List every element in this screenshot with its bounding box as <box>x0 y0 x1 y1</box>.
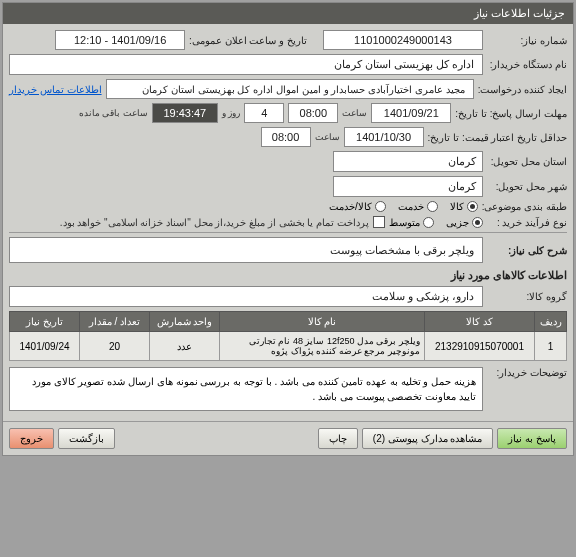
cell-code: 2132910915070001 <box>425 332 535 361</box>
th-unit: واحد شمارش <box>150 312 220 332</box>
valid-date: 1401/10/30 <box>344 127 424 147</box>
ann-dt-label: تاریخ و ساعت اعلان عمومی: <box>189 35 307 46</box>
cell-unit: عدد <box>150 332 220 361</box>
details-panel: جزئیات اطلاعات نیاز شماره نیاز: 11010002… <box>2 2 574 456</box>
deadline-time: 08:00 <box>288 103 338 123</box>
radio-icon <box>427 201 438 212</box>
group-label: گروه کالا: <box>487 291 567 302</box>
cat-goods-radio[interactable]: کالا <box>450 201 478 212</box>
buyer-note-box: هزینه حمل و تخلیه به عهده تامین کننده می… <box>9 367 483 411</box>
buy-small-radio[interactable]: جزیی <box>446 217 483 228</box>
cat-both-radio[interactable]: کالا/خدمت <box>329 201 386 212</box>
button-row: پاسخ به نیاز مشاهده مدارک پیوستی (2) چاپ… <box>3 421 573 455</box>
buy-small-label: جزیی <box>446 217 469 228</box>
days-field: 4 <box>244 103 284 123</box>
requester-label: ایجاد کننده درخواست: <box>478 84 567 95</box>
valid-label: حداقل تاریخ اعتبار قیمت: تا تاریخ: <box>428 132 567 143</box>
countdown: 19:43:47 <box>152 103 218 123</box>
buyer-field: اداره کل بهزیستی استان کرمان <box>9 54 483 75</box>
buy-med-label: متوسط <box>389 217 420 228</box>
buyer-label: نام دستگاه خریدار: <box>487 59 567 70</box>
print-button[interactable]: چاپ <box>318 428 358 449</box>
th-name: نام کالا <box>220 312 425 332</box>
pay-note: پرداخت تمام یا بخشی از مبلغ خرید،از محل … <box>60 217 369 228</box>
cat-service-label: خدمت <box>398 201 424 212</box>
loc-label: استان محل تحویل: <box>487 156 567 167</box>
cat-service-radio[interactable]: خدمت <box>398 201 438 212</box>
need-title-label: شرح کلی نیاز: <box>487 245 567 256</box>
remain-label: ساعت باقی مانده <box>79 108 148 118</box>
th-qty: تعداد / مقدار <box>80 312 150 332</box>
items-table: ردیف کد کالا نام کالا واحد شمارش تعداد /… <box>9 311 567 361</box>
attachments-button[interactable]: مشاهده مدارک پیوستی (2) <box>362 428 494 449</box>
cat-label: طبقه بندی موضوعی: <box>482 201 567 212</box>
time-word-2: ساعت <box>315 132 340 142</box>
buy-type-label: نوع فرآیند خرید : <box>487 217 567 228</box>
pay-checkbox[interactable] <box>373 216 385 228</box>
back-button[interactable]: بازگشت <box>58 428 115 449</box>
cell-row: 1 <box>535 332 567 361</box>
need-title-field: ویلچر برقی با مشخصات پیوست <box>9 237 483 263</box>
th-code: کد کالا <box>425 312 535 332</box>
radio-icon <box>467 201 478 212</box>
contact-link[interactable]: اطلاعات تماس خریدار <box>9 84 102 95</box>
requester-field: مجید عامری اختیارآبادی حسابدار و امین ام… <box>106 79 474 99</box>
radio-icon <box>423 217 434 228</box>
ann-dt-field: 1401/09/16 - 12:10 <box>55 30 185 50</box>
city-field: کرمان <box>333 176 483 197</box>
reply-button[interactable]: پاسخ به نیاز <box>497 428 567 449</box>
th-row: ردیف <box>535 312 567 332</box>
cell-name: ویلچر برقی مدل 12f250 سایز 48 نام تجارتی… <box>220 332 425 361</box>
panel-body: شماره نیاز: 1101000249000143 تاریخ و ساع… <box>3 24 573 421</box>
day-and: روز و <box>222 108 241 118</box>
valid-time: 08:00 <box>261 127 311 147</box>
cat-goods-label: کالا <box>450 201 464 212</box>
need-no-label: شماره نیاز: <box>487 35 567 46</box>
city-label: شهر محل تحویل: <box>487 181 567 192</box>
radio-icon <box>472 217 483 228</box>
deadline-label: مهلت ارسال پاسخ: تا تاریخ: <box>455 108 567 119</box>
table-header-row: ردیف کد کالا نام کالا واحد شمارش تعداد /… <box>10 312 567 332</box>
spacer <box>119 428 314 449</box>
group-field: دارو، پزشکی و سلامت <box>9 286 483 307</box>
table-row: 1 2132910915070001 ویلچر برقی مدل 12f250… <box>10 332 567 361</box>
buyer-note-label: توضیحات خریدار: <box>487 367 567 378</box>
panel-title: جزئیات اطلاعات نیاز <box>3 3 573 24</box>
radio-icon <box>375 201 386 212</box>
cat-radio-group: کالا خدمت کالا/خدمت <box>329 201 478 212</box>
th-date: تاریخ نیاز <box>10 312 80 332</box>
divider <box>9 232 567 233</box>
loc-field: کرمان <box>333 151 483 172</box>
items-section-title: اطلاعات کالاهای مورد نیاز <box>9 269 567 282</box>
deadline-date: 1401/09/21 <box>371 103 451 123</box>
cell-qty: 20 <box>80 332 150 361</box>
cell-date: 1401/09/24 <box>10 332 80 361</box>
cat-both-label: کالا/خدمت <box>329 201 372 212</box>
buy-med-radio[interactable]: متوسط <box>389 217 434 228</box>
time-word-1: ساعت <box>342 108 367 118</box>
buy-type-group: جزیی متوسط <box>389 217 483 228</box>
need-no-field: 1101000249000143 <box>323 30 483 50</box>
exit-button[interactable]: خروج <box>9 428 54 449</box>
